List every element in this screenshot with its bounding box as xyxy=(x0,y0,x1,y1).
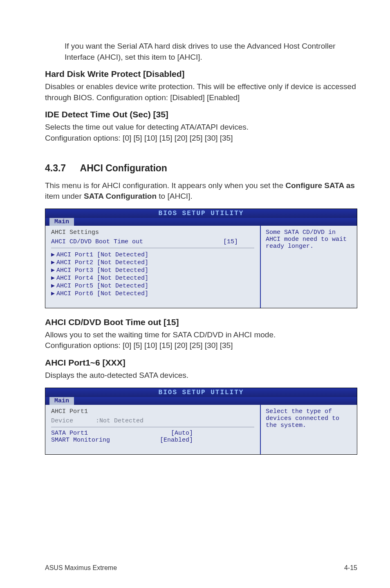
bios2-section-heading: AHCI Port1 xyxy=(51,408,254,415)
bios2-sata-port1-row[interactable]: SATA Port1 [Auto] xyxy=(51,430,254,437)
bios2-title: BIOS SETUP UTILITY xyxy=(45,388,357,397)
bios2-device-row: Device :Not Detected xyxy=(51,417,254,424)
bios2-device-label: Device xyxy=(51,417,92,424)
bios1-port5-row[interactable]: ▶AHCI Port5 [Not Detected] xyxy=(51,282,254,290)
ide-heading: IDE Detect Time Out (Sec) [35] xyxy=(45,110,357,119)
footer-right: 4-15 xyxy=(344,564,357,572)
ide-para2: Configuration options: [0] [5] [10] [15]… xyxy=(45,133,357,144)
bios1-boot-timeout-label: AHCI CD/DVD Boot Time out xyxy=(51,238,143,245)
bios-screenshot-ahci-port1: BIOS SETUP UTILITY Main AHCI Port1 Devic… xyxy=(45,388,357,455)
bios1-port3-row[interactable]: ▶AHCI Port3 [Not Detected] xyxy=(51,266,254,274)
triangle-icon: ▶ xyxy=(51,259,55,266)
bios2-smart-value: [Enabled] xyxy=(160,437,193,444)
bios1-divider xyxy=(51,248,254,248)
bios2-left-pane: AHCI Port1 Device :Not Detected SATA Por… xyxy=(45,405,261,454)
chapter-title: AHCI Configuration xyxy=(80,163,167,173)
bios1-left-pane: AHCI Settings AHCI CD/DVD Boot Time out … xyxy=(45,226,261,308)
bios2-sata-port1-value: [Auto] xyxy=(171,430,193,437)
footer-left: ASUS Maximus Extreme xyxy=(45,564,117,572)
bios1-tab-main[interactable]: Main xyxy=(49,218,74,226)
hdwp-paragraph: Disables or enables device write protect… xyxy=(45,81,357,103)
hdwp-heading: Hard Disk Write Protect [Disabled] xyxy=(45,69,357,79)
intro-paragraph: If you want the Serial ATA hard disk dri… xyxy=(65,41,357,63)
bios2-device-value: :Not Detected xyxy=(96,417,143,424)
bios2-tab-main[interactable]: Main xyxy=(49,397,74,405)
triangle-icon: ▶ xyxy=(51,275,55,282)
triangle-icon: ▶ xyxy=(51,267,55,274)
cdboot-heading: AHCI CD/DVD Boot Time out [15] xyxy=(45,317,357,327)
triangle-icon: ▶ xyxy=(51,251,55,258)
triangle-icon: ▶ xyxy=(51,283,55,290)
bios1-title: BIOS SETUP UTILITY xyxy=(45,209,357,218)
bios2-divider xyxy=(51,427,254,427)
bios-screenshot-ahci-settings: BIOS SETUP UTILITY Main AHCI Settings AH… xyxy=(45,209,357,308)
bios2-tabbar: Main xyxy=(45,397,357,405)
port-heading: AHCI Port1~6 [XXX] xyxy=(45,358,357,368)
ide-para1: Selects the time out value for detecting… xyxy=(45,122,357,133)
bios1-port1-row[interactable]: ▶AHCI Port1 [Not Detected] xyxy=(51,251,254,258)
bios1-port6-row[interactable]: ▶AHCI Port6 [Not Detected] xyxy=(51,290,254,297)
page-footer: ASUS Maximus Extreme 4-15 xyxy=(45,564,357,572)
bios1-port4-row[interactable]: ▶AHCI Port4 [Not Detected] xyxy=(51,274,254,282)
chapter-number: 4.3.7 xyxy=(45,163,78,174)
bios2-sata-port1-label: SATA Port1 xyxy=(51,430,88,437)
bios2-smart-label: SMART Monitoring xyxy=(51,437,110,444)
chapter-intro: This menu is for AHCI configuration. It … xyxy=(45,180,357,202)
bios1-tabbar: Main xyxy=(45,218,357,226)
bios2-help-pane: Select the type of devices connected to … xyxy=(261,405,357,454)
cdboot-para2: Configuration options: [0] [5] [10] [15]… xyxy=(45,340,357,351)
bios1-boot-timeout-row[interactable]: AHCI CD/DVD Boot Time out [15] xyxy=(51,238,254,245)
bios2-smart-row[interactable]: SMART Monitoring [Enabled] xyxy=(51,437,254,444)
bios1-help-pane: Some SATA CD/DVD in AHCI mode need to wa… xyxy=(261,226,357,308)
cdboot-para1: Allows you to set the waiting time for S… xyxy=(45,330,357,341)
bios1-boot-timeout-value: [15] xyxy=(223,238,238,245)
port-para: Displays the auto-detected SATA devices. xyxy=(45,370,357,381)
triangle-icon: ▶ xyxy=(51,290,55,297)
bios2-help-text: Select the type of devices connected to … xyxy=(266,408,352,429)
bios1-section-heading: AHCI Settings xyxy=(51,229,254,236)
bios1-port2-row[interactable]: ▶AHCI Port2 [Not Detected] xyxy=(51,258,254,266)
chapter-heading: 4.3.7 AHCI Configuration xyxy=(45,163,357,174)
bios1-help-text: Some SATA CD/DVD in AHCI mode need to wa… xyxy=(266,229,352,250)
